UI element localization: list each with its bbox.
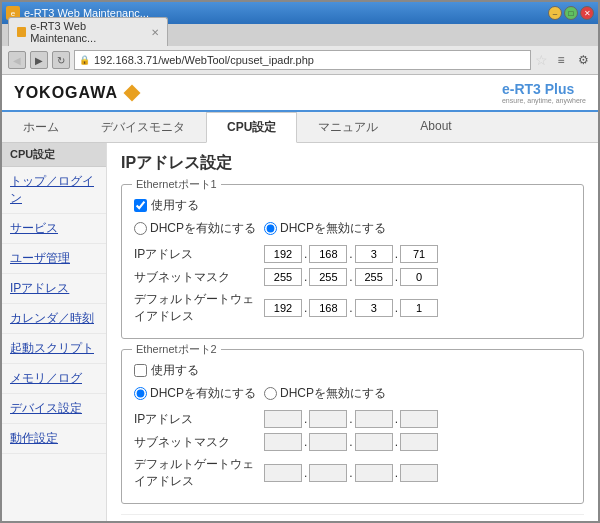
ethernet2-subnet-fields: . . . bbox=[264, 433, 438, 451]
ethernet1-subnet-octet4[interactable] bbox=[400, 268, 438, 286]
sidebar-item-operation-settings[interactable]: 動作設定 bbox=[2, 424, 106, 454]
ethernet2-gateway-octet4[interactable] bbox=[400, 464, 438, 482]
ip-dot: . bbox=[395, 412, 398, 426]
ethernet2-gateway-octet1[interactable] bbox=[264, 464, 302, 482]
ethernet2-ip-octet2[interactable] bbox=[309, 410, 347, 428]
ip-dot: . bbox=[349, 270, 352, 284]
ethernet1-gateway-octet3[interactable] bbox=[355, 299, 393, 317]
ethernet2-subnet-octet2[interactable] bbox=[309, 433, 347, 451]
ert3-subtitle: ensure, anytime, anywhere bbox=[502, 97, 586, 104]
ethernet2-gateway-row: デフォルトゲートウェイアドレス . . . bbox=[134, 456, 571, 490]
tab-close-icon[interactable]: ✕ bbox=[151, 27, 159, 38]
ethernet1-ip-label: IPアドレス bbox=[134, 246, 264, 263]
ethernet1-gateway-octet1[interactable] bbox=[264, 299, 302, 317]
page-header: YOKOGAWA e-RT3 Plus ensure, anytime, any… bbox=[2, 75, 598, 112]
ethernet1-ip-octet4[interactable] bbox=[400, 245, 438, 263]
browser-settings-icon[interactable]: ⚙ bbox=[574, 51, 592, 69]
ethernet1-ip-row: IPアドレス . . . bbox=[134, 245, 571, 263]
ethernet2-use-row: 使用する bbox=[134, 362, 571, 379]
sidebar-item-device-settings[interactable]: デバイス設定 bbox=[2, 394, 106, 424]
ert3-logo: e-RT3 Plus ensure, anytime, anywhere bbox=[502, 81, 586, 104]
ethernet1-dhcp-enable-label[interactable]: DHCPを有効にする bbox=[134, 220, 256, 237]
ethernet1-ip-octet2[interactable] bbox=[309, 245, 347, 263]
ethernet2-legend: Ethernetポート2 bbox=[132, 342, 221, 357]
ethernet1-dhcp-disable-label[interactable]: DHCPを無効にする bbox=[264, 220, 386, 237]
ethernet2-gateway-octet2[interactable] bbox=[309, 464, 347, 482]
ethernet2-ip-octet3[interactable] bbox=[355, 410, 393, 428]
ip-dot: . bbox=[349, 301, 352, 315]
browser-tab-active[interactable]: e-RT3 Web Maintenanc... ✕ bbox=[8, 17, 168, 46]
ethernet2-use-label[interactable]: 使用する bbox=[151, 362, 199, 379]
ip-dot: . bbox=[304, 301, 307, 315]
ip-dot: . bbox=[304, 247, 307, 261]
nav-tab-bar: ホーム デバイスモニタ CPU設定 マニュアル About bbox=[2, 112, 598, 143]
main-layout: CPU設定 トップ／ログイン サービス ユーザ管理 IPアドレス カレンダ／時刻… bbox=[2, 143, 598, 521]
ip-dot: . bbox=[395, 247, 398, 261]
sidebar-item-top-login[interactable]: トップ／ログイン bbox=[2, 167, 106, 214]
ip-dot: . bbox=[304, 270, 307, 284]
ethernet2-gateway-label: デフォルトゲートウェイアドレス bbox=[134, 456, 264, 490]
ip-dot: . bbox=[395, 301, 398, 315]
ethernet1-gateway-octet4[interactable] bbox=[400, 299, 438, 317]
maximize-button[interactable]: □ bbox=[564, 6, 578, 20]
nav-tab-device-monitor[interactable]: デバイスモニタ bbox=[80, 112, 206, 142]
sidebar: CPU設定 トップ／ログイン サービス ユーザ管理 IPアドレス カレンダ／時刻… bbox=[2, 143, 107, 521]
ethernet2-dhcp-enable-label[interactable]: DHCPを有効にする bbox=[134, 385, 256, 402]
ethernet2-subnet-octet3[interactable] bbox=[355, 433, 393, 451]
ethernet2-dhcp-enable-radio[interactable] bbox=[134, 387, 147, 400]
bookmark-star-icon[interactable]: ☆ bbox=[535, 52, 548, 68]
ethernet1-ip-octet3[interactable] bbox=[355, 245, 393, 263]
ethernet1-ip-octet1[interactable] bbox=[264, 245, 302, 263]
sidebar-item-service[interactable]: サービス bbox=[2, 214, 106, 244]
ethernet2-dhcp-disable-label[interactable]: DHCPを無効にする bbox=[264, 385, 386, 402]
ethernet2-gateway-octet3[interactable] bbox=[355, 464, 393, 482]
yokogawa-text: YOKOGAWA bbox=[14, 84, 118, 102]
nav-tab-home[interactable]: ホーム bbox=[2, 112, 80, 142]
nav-tab-manual[interactable]: マニュアル bbox=[297, 112, 399, 142]
nav-tab-cpu-settings[interactable]: CPU設定 bbox=[206, 112, 297, 143]
sidebar-item-startup-script[interactable]: 起動スクリプト bbox=[2, 334, 106, 364]
minimize-button[interactable]: – bbox=[548, 6, 562, 20]
page-content: YOKOGAWA e-RT3 Plus ensure, anytime, any… bbox=[2, 75, 598, 521]
ethernet1-use-checkbox[interactable] bbox=[134, 199, 147, 212]
ethernet2-dhcp-disable-radio[interactable] bbox=[264, 387, 277, 400]
ethernet1-gateway-label: デフォルトゲートウェイアドレス bbox=[134, 291, 264, 325]
ethernet1-dhcp-enable-radio[interactable] bbox=[134, 222, 147, 235]
ip-dot: . bbox=[349, 466, 352, 480]
ethernet1-use-label[interactable]: 使用する bbox=[151, 197, 199, 214]
ethernet2-ip-octet4[interactable] bbox=[400, 410, 438, 428]
ethernet1-subnet-octet2[interactable] bbox=[309, 268, 347, 286]
content-area: IPアドレス設定 Ethernetポート1 使用する DHCPを有効にする bbox=[107, 143, 598, 521]
ethernet2-ip-octet1[interactable] bbox=[264, 410, 302, 428]
ip-dot: . bbox=[395, 435, 398, 449]
browser-menu-icon[interactable]: ≡ bbox=[552, 51, 570, 69]
address-lock-icon: 🔒 bbox=[79, 55, 90, 65]
address-text: 192.168.3.71/web/WebTool/cpuset_ipadr.ph… bbox=[94, 54, 314, 66]
sidebar-item-calendar[interactable]: カレンダ／時刻 bbox=[2, 304, 106, 334]
ethernet2-subnet-octet1[interactable] bbox=[264, 433, 302, 451]
sidebar-item-memory-log[interactable]: メモリ／ログ bbox=[2, 364, 106, 394]
sidebar-item-ip-address[interactable]: IPアドレス bbox=[2, 274, 106, 304]
browser-tab-title: e-RT3 Web Maintenanc... bbox=[30, 20, 145, 44]
ethernet2-subnet-octet4[interactable] bbox=[400, 433, 438, 451]
ethernet1-dhcp-disable-radio[interactable] bbox=[264, 222, 277, 235]
browser-tab-bar: e-RT3 Web Maintenanc... ✕ bbox=[2, 24, 598, 46]
ip-dot: . bbox=[304, 412, 307, 426]
sidebar-item-user-mgmt[interactable]: ユーザ管理 bbox=[2, 244, 106, 274]
address-bar[interactable]: 🔒 192.168.3.71/web/WebTool/cpuset_ipadr.… bbox=[74, 50, 531, 70]
nav-tab-about[interactable]: About bbox=[399, 112, 472, 142]
tab-favicon bbox=[17, 27, 26, 37]
ethernet1-gateway-octet2[interactable] bbox=[309, 299, 347, 317]
back-button[interactable]: ◀ bbox=[8, 51, 26, 69]
forward-button[interactable]: ▶ bbox=[30, 51, 48, 69]
refresh-button[interactable]: ↻ bbox=[52, 51, 70, 69]
ethernet1-ip-fields: . . . bbox=[264, 245, 438, 263]
ethernet1-subnet-octet3[interactable] bbox=[355, 268, 393, 286]
ethernet1-gateway-fields: . . . bbox=[264, 299, 438, 317]
ip-dot: . bbox=[304, 435, 307, 449]
ethernet1-subnet-octet1[interactable] bbox=[264, 268, 302, 286]
ethernet1-subnet-row: サブネットマスク . . . bbox=[134, 268, 571, 286]
close-button[interactable]: ✕ bbox=[580, 6, 594, 20]
ethernet2-use-checkbox[interactable] bbox=[134, 364, 147, 377]
ip-dot: . bbox=[349, 412, 352, 426]
